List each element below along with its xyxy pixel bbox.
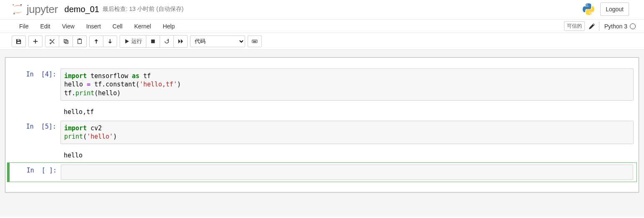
jupyter-icon bbox=[12, 3, 24, 15]
input-prompt: In [ ]: bbox=[11, 165, 61, 180]
run-label: 运行 bbox=[131, 38, 142, 45]
notebook-body: In [4]:import tensorflow as tf hello = t… bbox=[0, 50, 644, 217]
code-cell[interactable]: In [4]:import tensorflow as tf hello = t… bbox=[7, 67, 637, 102]
header: jupyter demo_01 最后检查: 13 小时前 (自动保存) Logo… bbox=[0, 0, 644, 20]
insert-cell-button[interactable] bbox=[28, 35, 43, 47]
code-input[interactable] bbox=[61, 165, 633, 180]
play-icon bbox=[124, 38, 130, 44]
plus-icon bbox=[33, 38, 38, 44]
paste-icon bbox=[77, 38, 83, 44]
svg-point-11 bbox=[255, 41, 255, 41]
output-text: hello,tf bbox=[60, 105, 634, 117]
checkpoint-status: 最后检查: 13 小时前 (自动保存) bbox=[103, 5, 183, 13]
menu-view[interactable]: View bbox=[56, 20, 80, 32]
code-input[interactable]: import tensorflow as tf hello = tf.const… bbox=[60, 68, 634, 101]
code-input[interactable]: import cv2 print('hello') bbox=[60, 121, 634, 144]
output-cell: hello bbox=[7, 147, 637, 162]
copy-icon bbox=[63, 38, 69, 44]
svg-rect-8 bbox=[252, 40, 258, 43]
python-icon bbox=[583, 3, 594, 15]
svg-rect-7 bbox=[151, 39, 155, 43]
svg-rect-4 bbox=[65, 41, 68, 43]
restart-run-button[interactable] bbox=[173, 35, 188, 48]
svg-rect-14 bbox=[253, 41, 256, 42]
svg-rect-5 bbox=[78, 39, 82, 43]
menu-edit[interactable]: Edit bbox=[35, 20, 56, 32]
arrow-up-icon bbox=[93, 38, 99, 44]
paste-button[interactable] bbox=[73, 35, 87, 47]
output-prompt bbox=[10, 105, 60, 117]
menu-help[interactable]: Help bbox=[157, 20, 180, 32]
menu-items: FileEditViewInsertCellKernelHelp bbox=[13, 20, 180, 32]
kernel-indicator[interactable]: Python 3 bbox=[599, 22, 636, 31]
pencil-icon[interactable] bbox=[589, 23, 595, 29]
output-text: hello bbox=[60, 148, 634, 160]
output-cell: hello,tf bbox=[7, 103, 637, 118]
menu-cell[interactable]: Cell bbox=[107, 20, 128, 32]
celltype-select[interactable]: 代码 bbox=[190, 35, 245, 47]
move-up-button[interactable] bbox=[89, 35, 103, 47]
menu-file[interactable]: File bbox=[13, 20, 35, 32]
code-cell[interactable]: In [5]:import cv2 print('hello') bbox=[7, 119, 637, 146]
notebook-container: In [4]:import tensorflow as tf hello = t… bbox=[5, 57, 639, 193]
cut-icon bbox=[49, 38, 55, 44]
cell-body: import tensorflow as tf hello = tf.const… bbox=[60, 68, 634, 101]
svg-point-0 bbox=[20, 4, 22, 6]
cell-body: import cv2 print('hello') bbox=[60, 121, 634, 144]
cell-body bbox=[61, 165, 633, 180]
menu-insert[interactable]: Insert bbox=[80, 20, 107, 32]
code-cell[interactable]: In [ ]: bbox=[7, 162, 637, 182]
toolbar: 运行 代码 bbox=[0, 33, 644, 50]
notebook-name[interactable]: demo_01 bbox=[65, 5, 99, 14]
svg-point-2 bbox=[13, 4, 14, 5]
svg-point-10 bbox=[253, 41, 254, 41]
copy-button[interactable] bbox=[59, 35, 73, 47]
run-button[interactable]: 运行 bbox=[120, 35, 146, 48]
move-down-button[interactable] bbox=[103, 35, 117, 47]
save-button[interactable] bbox=[12, 35, 26, 47]
cut-button[interactable] bbox=[45, 35, 59, 47]
jupyter-text: jupyter bbox=[27, 3, 58, 16]
stop-icon bbox=[150, 38, 156, 44]
input-prompt: In [5]: bbox=[10, 121, 60, 144]
svg-point-13 bbox=[256, 41, 257, 41]
menubar: FileEditViewInsertCellKernelHelp 可信的 Pyt… bbox=[0, 20, 644, 33]
arrow-down-icon bbox=[107, 38, 113, 44]
jupyter-logo[interactable]: jupyter bbox=[12, 3, 58, 16]
restart-icon bbox=[164, 38, 170, 44]
command-palette-button[interactable] bbox=[248, 35, 262, 47]
svg-rect-6 bbox=[79, 38, 80, 39]
svg-point-12 bbox=[256, 41, 256, 41]
kernel-name: Python 3 bbox=[604, 23, 627, 30]
logout-button[interactable]: Logout bbox=[600, 3, 629, 16]
svg-point-9 bbox=[253, 41, 253, 41]
fast-forward-icon bbox=[178, 38, 183, 44]
interrupt-button[interactable] bbox=[146, 35, 160, 48]
keyboard-icon bbox=[252, 38, 258, 44]
kernel-status-icon bbox=[630, 23, 636, 29]
menu-kernel[interactable]: Kernel bbox=[128, 20, 157, 32]
restart-button[interactable] bbox=[160, 35, 174, 48]
svg-rect-3 bbox=[64, 39, 67, 42]
input-prompt: In [4]: bbox=[10, 68, 60, 101]
output-prompt bbox=[10, 148, 60, 160]
save-icon bbox=[16, 38, 22, 44]
trusted-badge[interactable]: 可信的 bbox=[564, 21, 585, 31]
svg-point-1 bbox=[13, 13, 15, 15]
